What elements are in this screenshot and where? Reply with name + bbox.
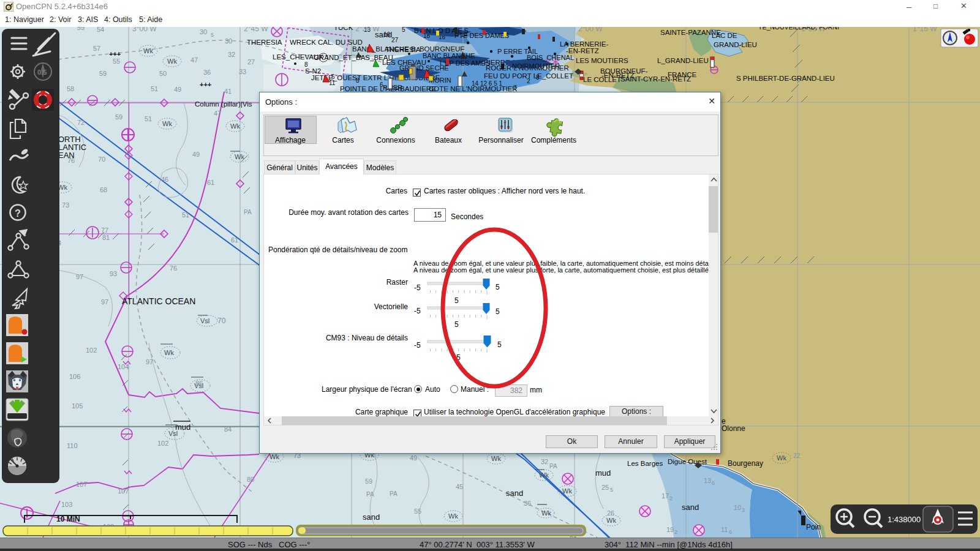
svg-text:Wk: Wk xyxy=(539,471,549,479)
svg-text:Wk: Wk xyxy=(541,509,551,517)
svg-text:0.5: 0.5 xyxy=(37,69,47,76)
svg-text:+++: +++ xyxy=(200,81,211,88)
svg-text:97: 97 xyxy=(76,273,83,280)
svg-text:45: 45 xyxy=(456,483,463,490)
svg-text:Olonne: Olonne xyxy=(722,424,745,433)
svg-text:sand: sand xyxy=(682,503,699,512)
svg-text:55: 55 xyxy=(113,58,120,65)
svg-text:46: 46 xyxy=(161,176,168,183)
svg-text:e: e xyxy=(722,417,726,425)
svg-text:LES MOUTIERS: LES MOUTIERS xyxy=(576,57,628,64)
svg-text:51: 51 xyxy=(182,211,189,219)
svg-text:51: 51 xyxy=(151,85,158,92)
svg-text:GRAND-LIEU: GRAND-LIEU xyxy=(714,41,757,48)
svg-text:26: 26 xyxy=(607,509,614,517)
svg-text:2: 2 xyxy=(669,495,673,501)
svg-text:1°15 W: 1°15 W xyxy=(913,27,937,33)
svg-text:Wk: Wk xyxy=(235,153,244,160)
svg-text:19: 19 xyxy=(666,526,674,533)
svg-text:54: 54 xyxy=(97,27,104,33)
svg-text:GRAND_ET_BAS_BEAU: GRAND_ET_BAS_BEAU xyxy=(314,54,393,61)
svg-text:Wk: Wk xyxy=(162,120,172,127)
svg-text:Digue Ouest: Digue Ouest xyxy=(668,458,707,465)
svg-text:6: 6 xyxy=(331,73,335,80)
svg-text:61: 61 xyxy=(207,179,214,186)
svg-text:107: 107 xyxy=(76,481,87,488)
svg-text:?: ? xyxy=(15,208,21,219)
svg-text:55: 55 xyxy=(414,508,421,515)
svg-text:6: 6 xyxy=(712,480,715,486)
svg-text:11: 11 xyxy=(329,80,336,86)
svg-text:36: 36 xyxy=(524,500,531,507)
svg-text:5: 5 xyxy=(211,32,214,38)
svg-text:Bourgenay: Bourgenay xyxy=(728,459,763,468)
svg-text:97: 97 xyxy=(146,358,153,365)
svg-text:103: 103 xyxy=(61,501,72,508)
svg-text:104: 104 xyxy=(118,363,129,370)
svg-text:61: 61 xyxy=(231,236,238,244)
svg-text:33: 33 xyxy=(239,68,246,75)
svg-text:TE_NOUVEILLARD, FORNI: TE_NOUVEILLARD, FORNI xyxy=(758,27,839,31)
svg-text:FRANCE: FRANCE xyxy=(668,71,697,78)
svg-text:mud: mud xyxy=(175,422,190,432)
svg-text:110: 110 xyxy=(67,442,78,449)
svg-text:49: 49 xyxy=(174,86,181,93)
svg-text:mud: mud xyxy=(595,468,611,478)
svg-text:L_GRAND-LIEU: L_GRAND-LIEU xyxy=(657,57,709,64)
svg-text:PTE DES DAMES: PTE DES DAMES xyxy=(454,32,509,39)
svg-text:81: 81 xyxy=(102,234,110,241)
svg-text:Wk: Wk xyxy=(167,58,177,65)
svg-text:17: 17 xyxy=(662,492,669,500)
svg-text:Vsl: Vsl xyxy=(200,317,209,324)
svg-text:1:438000: 1:438000 xyxy=(888,515,921,524)
svg-text:11: 11 xyxy=(721,526,728,533)
svg-text:80: 80 xyxy=(247,476,254,483)
svg-text:27: 27 xyxy=(391,37,399,43)
svg-text:70: 70 xyxy=(217,317,226,325)
svg-text:14 12 6 5 1: 14 12 6 5 1 xyxy=(472,80,502,87)
svg-text:25: 25 xyxy=(601,484,609,491)
svg-text:97: 97 xyxy=(101,298,108,305)
svg-text:107: 107 xyxy=(118,487,129,495)
svg-text:GRAND SECHE: GRAND SECHE xyxy=(399,64,449,72)
svg-text:32: 32 xyxy=(541,458,548,465)
svg-text:S PHILBERT-DE-GRAND-LIEU: S PHILBERT-DE-GRAND-LIEU xyxy=(736,75,835,82)
svg-text:72: 72 xyxy=(77,119,85,126)
svg-text:PA: PA xyxy=(390,490,398,497)
svg-text:68: 68 xyxy=(100,186,107,193)
svg-text:102: 102 xyxy=(86,347,97,354)
svg-text:Wk: Wk xyxy=(230,122,240,130)
svg-text:41: 41 xyxy=(224,88,232,95)
svg-text:8: 8 xyxy=(536,74,540,81)
svg-text:Wk: Wk xyxy=(448,512,458,520)
svg-text:13: 13 xyxy=(704,477,711,484)
svg-text:47: 47 xyxy=(190,56,198,64)
svg-text:2°30 W: 2°30 W xyxy=(355,27,380,33)
svg-text:49: 49 xyxy=(410,454,417,462)
svg-text:86: 86 xyxy=(195,380,203,387)
svg-text:BANC BLANCHE: BANC BLANCHE xyxy=(423,52,475,59)
svg-text:Wk: Wk xyxy=(562,487,572,495)
svg-text:16: 16 xyxy=(383,31,391,38)
svg-text:ATLANTIC OCEAN: ATLANTIC OCEAN xyxy=(122,296,195,306)
svg-text:59: 59 xyxy=(77,27,85,31)
svg-text:59: 59 xyxy=(365,478,372,485)
svg-text:102: 102 xyxy=(157,440,168,447)
svg-text:Wk: Wk xyxy=(270,453,279,460)
svg-text:93: 93 xyxy=(110,270,117,277)
svg-text:51: 51 xyxy=(145,115,152,122)
svg-text:57: 57 xyxy=(93,45,100,52)
svg-text:Wk: Wk xyxy=(491,455,501,462)
svg-text:84: 84 xyxy=(224,425,232,433)
svg-text:Wk: Wk xyxy=(143,47,153,54)
svg-text:Column (pillar)|Vis: Column (pillar)|Vis xyxy=(195,100,252,108)
svg-text:Les Barges: Les Barges xyxy=(627,460,663,467)
svg-text:7: 7 xyxy=(513,84,517,91)
svg-text:32: 32 xyxy=(228,51,235,58)
svg-text:Wk: Wk xyxy=(777,454,786,462)
svg-text:Wk: Wk xyxy=(164,349,174,356)
svg-text:PA: PA xyxy=(244,209,252,216)
svg-text:5: 5 xyxy=(610,487,613,493)
svg-text:2°45 W: 2°45 W xyxy=(244,27,268,33)
svg-text:10: 10 xyxy=(734,504,741,511)
